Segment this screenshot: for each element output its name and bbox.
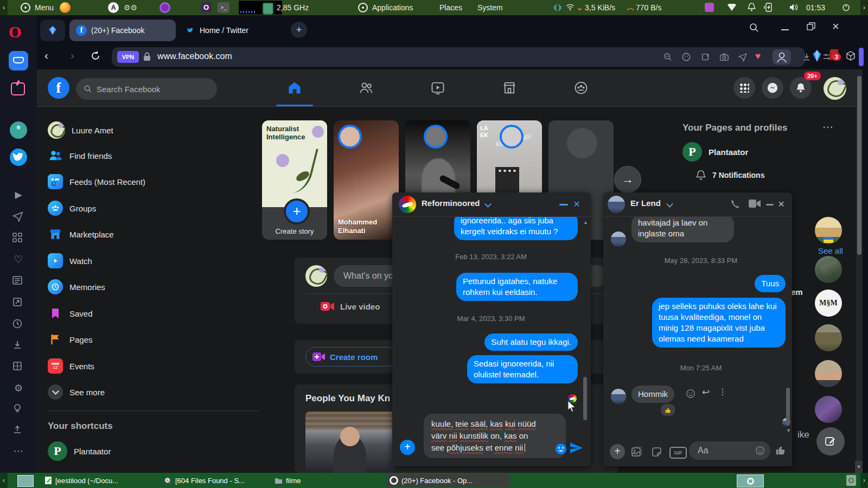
tab-search-icon[interactable] <box>749 22 760 33</box>
contact-avatar-2[interactable] <box>815 256 842 283</box>
menu-icon[interactable] <box>21 3 30 12</box>
terminal-icon[interactable]: >_ <box>218 2 229 13</box>
contact-avatar-6[interactable] <box>815 396 842 423</box>
chat1-emoji-button[interactable] <box>555 443 567 455</box>
chat2-input-emoji-icon[interactable] <box>755 446 765 455</box>
panel-expand-right[interactable]: › <box>860 0 868 15</box>
hotspot-tray-icon[interactable] <box>705 3 714 12</box>
profile-avatar[interactable] <box>824 77 846 100</box>
composer-avatar[interactable] <box>305 265 327 287</box>
heart-icon[interactable]: ♥ <box>755 51 765 61</box>
chat2-header[interactable]: Er Lend × <box>603 192 792 217</box>
chat1-attach-plus-button[interactable]: + <box>400 440 415 455</box>
volume-icon[interactable] <box>789 3 798 11</box>
pinboard-icon[interactable] <box>12 297 25 310</box>
firefox-launcher-icon[interactable] <box>60 2 71 13</box>
chat1-chevron-icon[interactable] <box>484 201 492 208</box>
new-tab-button[interactable]: + <box>291 22 307 38</box>
battery-icon[interactable] <box>764 3 776 12</box>
chat1-title[interactable]: Reforminoored <box>422 198 480 208</box>
settings-icon[interactable]: ⚙ <box>12 382 25 395</box>
chat1-close-button[interactable]: × <box>573 198 580 209</box>
vpn-extension-icon[interactable] <box>812 49 822 62</box>
chat2-gif-button[interactable]: GIF <box>669 447 687 459</box>
chat2-close-button[interactable]: × <box>778 198 784 209</box>
news-icon[interactable] <box>12 275 25 288</box>
page-scrollbar-down-arrow[interactable]: ▼ <box>855 461 863 473</box>
applications-icon[interactable] <box>358 3 368 12</box>
sidebar-item-watch[interactable]: Watch <box>48 253 92 268</box>
chat2-call-icon[interactable] <box>730 198 741 209</box>
sidebar-item-events[interactable]: 12 Events <box>48 358 94 374</box>
system-menu[interactable]: System <box>477 0 503 15</box>
power-icon[interactable] <box>842 3 850 11</box>
chat2-reaction-chip[interactable] <box>660 403 676 417</box>
stories-next-button[interactable]: → <box>614 166 641 193</box>
notifications-bell-icon[interactable] <box>748 3 756 12</box>
live-video-button[interactable]: Live video <box>321 301 380 312</box>
chat1-minimize-button[interactable] <box>559 204 568 206</box>
sidebar-item-groups[interactable]: Groups <box>48 201 96 216</box>
taskbar-collapse-left[interactable]: ‹ <box>0 473 8 488</box>
profile-chip-icon[interactable] <box>773 49 791 65</box>
messenger-button[interactable] <box>762 77 783 99</box>
search-tool-icon[interactable]: A <box>108 2 119 13</box>
chat1-header[interactable]: Reforminoored × <box>392 192 591 217</box>
sidebar-item-pages[interactable]: Pages <box>48 332 93 347</box>
chat1-scroll-up-arrow[interactable]: ▲ <box>583 220 588 225</box>
emoji-icon[interactable] <box>681 52 691 62</box>
share-plane-icon[interactable] <box>738 52 748 62</box>
address-field[interactable]: VPN www.facebook.com ♥ <box>112 47 805 67</box>
extension-book-icon[interactable]: 3 <box>828 49 840 62</box>
chat1-scrollbar-thumb[interactable] <box>583 377 587 420</box>
sidebar-item-find-friends[interactable]: Find friends <box>48 148 112 163</box>
panel-collapse-left[interactable]: ‹ <box>0 0 8 15</box>
chat2-scroll-down-arrow[interactable]: ▼ <box>786 428 791 433</box>
bookmark-star-icon[interactable] <box>701 52 711 62</box>
pages-profiles-menu-icon[interactable]: ⋯ <box>822 120 833 133</box>
create-room-button[interactable]: Create room <box>305 347 398 367</box>
easy-setup-icon[interactable] <box>12 403 25 416</box>
back-button[interactable]: ‹ <box>44 49 48 62</box>
sidebar-item-profile[interactable]: Luure Amet <box>48 121 113 139</box>
opera-logo[interactable]: O <box>9 23 21 41</box>
window-selector-applet[interactable] <box>737 474 764 487</box>
download-icon[interactable] <box>802 52 812 62</box>
opera-launcher-icon[interactable]: O <box>201 2 212 13</box>
tab-twitter[interactable]: Home / Twitter <box>179 20 266 41</box>
page-scrollbar-thumb[interactable] <box>857 76 861 255</box>
send-icon[interactable] <box>12 210 25 223</box>
workspace-switcher[interactable] <box>17 475 34 487</box>
workspace-icon[interactable] <box>40 20 65 41</box>
forward-button[interactable]: › <box>71 49 74 62</box>
wifi-icon[interactable] <box>566 3 575 11</box>
contact-avatar-mm[interactable]: M§M <box>815 290 842 317</box>
chat2-reply-icon[interactable]: ↩ <box>702 387 710 398</box>
window-close-button[interactable]: × <box>832 20 839 34</box>
apps-menu-button[interactable] <box>733 77 755 99</box>
nav-watch-icon[interactable] <box>430 80 445 95</box>
contacts-see-all-link[interactable]: See all <box>818 246 843 255</box>
facebook-logo[interactable]: f <box>48 77 69 99</box>
tab-facebook[interactable]: f (20+) Facebook <box>69 20 176 41</box>
chat2-sticker-icon[interactable] <box>651 446 662 458</box>
taskbar-expand-right[interactable]: › <box>860 473 868 488</box>
nav-home-icon[interactable] <box>287 80 302 95</box>
sidebar-item-memories[interactable]: Memories <box>48 279 105 294</box>
wifi-tray-icon[interactable] <box>727 4 736 11</box>
chat2-gallery-icon[interactable] <box>631 446 643 458</box>
bookmarks-icon[interactable] <box>9 51 28 70</box>
new-message-button[interactable] <box>816 427 845 455</box>
history-icon[interactable] <box>12 318 25 331</box>
pymk-photo[interactable] <box>305 412 395 473</box>
contact-avatar-1[interactable] <box>815 217 842 244</box>
chat2-like-button[interactable] <box>775 444 787 456</box>
network-signal-icon[interactable] <box>552 2 563 13</box>
ellipsis-icon[interactable]: ⋯ <box>12 445 25 458</box>
taskbar-item-search[interactable]: A [604 Files Found - S... <box>161 474 276 487</box>
reload-button[interactable] <box>90 50 101 61</box>
pages-profiles-plantaator[interactable]: P Plantaator <box>682 142 748 162</box>
sidebar-item-feeds[interactable]: Feeds (Most Recent) <box>48 174 145 189</box>
window-minimize-button[interactable] <box>781 29 789 30</box>
chat2-more-icon[interactable]: ⋮ <box>718 387 727 397</box>
